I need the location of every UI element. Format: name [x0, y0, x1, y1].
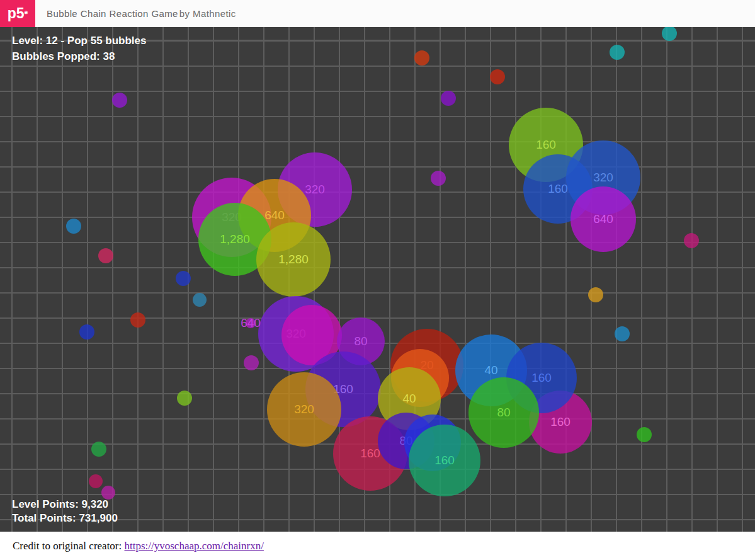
- bubble-points-label: 1,280: [278, 253, 309, 266]
- p5js-logo-text: p5: [8, 6, 25, 21]
- bubble[interactable]: [490, 69, 505, 84]
- bubble-points-label: 1,280: [220, 232, 250, 246]
- p5js-logo[interactable]: p5*: [0, 0, 35, 27]
- bubble-points-label: 320: [305, 183, 325, 197]
- bubble-points-label: 160: [531, 371, 552, 385]
- bubble-points-label: 160: [550, 415, 571, 429]
- level-points-text: Level Points: 9,320: [12, 498, 118, 511]
- bubble[interactable]: 160: [409, 425, 480, 496]
- bubble[interactable]: [193, 293, 207, 307]
- bubble-points-label: 40: [402, 392, 416, 406]
- sketch-author: by Mathnetic: [179, 8, 236, 19]
- bubbles-popped-text: Bubbles Popped: 38: [12, 49, 147, 64]
- bubble[interactable]: 1,280: [256, 222, 331, 297]
- bubble-points-label: 40: [484, 363, 497, 377]
- bubble[interactable]: [637, 427, 652, 442]
- sketch-title: Bubble Chain Reaction Game: [47, 8, 178, 19]
- bubble[interactable]: [91, 442, 106, 457]
- level-objective-text: Level: 12 - Pop 55 bubbles: [12, 33, 147, 49]
- p5js-logo-asterisk: *: [25, 9, 28, 18]
- bubble[interactable]: [588, 287, 603, 302]
- bubble-points-label: 80: [497, 406, 510, 420]
- credit-link[interactable]: https://yvoschaap.com/chainrxn/: [125, 540, 264, 552]
- bubble[interactable]: [662, 27, 677, 41]
- credit-footer: Credit to original creator: https://yvos…: [0, 532, 755, 560]
- bubble[interactable]: [414, 50, 429, 66]
- bubble[interactable]: [112, 93, 127, 108]
- bubble[interactable]: [610, 45, 625, 60]
- app-window: p5* Bubble Chain Reaction Game by Mathne…: [0, 0, 755, 560]
- bubble[interactable]: [89, 474, 103, 488]
- bubble-points-label: 320: [294, 403, 314, 416]
- bubble-points-label: 640: [593, 212, 613, 226]
- bubble[interactable]: 640: [246, 318, 256, 328]
- app-header: p5* Bubble Chain Reaction Game by Mathne…: [0, 0, 755, 27]
- bubble-points-label: 160: [360, 447, 380, 460]
- bubble[interactable]: [79, 324, 94, 340]
- bubble-points-label: 160: [434, 454, 455, 467]
- bubble-points-label: 640: [264, 209, 285, 222]
- bubble[interactable]: [66, 219, 81, 234]
- bubble[interactable]: 320: [267, 372, 341, 447]
- total-points-text: Total Points: 731,900: [12, 511, 118, 525]
- bubble[interactable]: [684, 233, 699, 248]
- game-canvas[interactable]: 3203206401,2801,280160160320640320801603…: [0, 27, 755, 532]
- hud-top: Level: 12 - Pop 55 bubbles Bubbles Poppe…: [12, 33, 147, 64]
- bubble-points-label: 160: [536, 138, 556, 152]
- bubble[interactable]: [615, 326, 630, 341]
- bubble[interactable]: 640: [571, 186, 636, 252]
- bubble[interactable]: [177, 391, 192, 406]
- bubble[interactable]: [176, 271, 191, 286]
- bubble-points-label: 80: [354, 334, 367, 348]
- bubble-points-label: 160: [548, 182, 568, 196]
- bubble-points-label: 320: [593, 171, 613, 185]
- bubble[interactable]: [130, 312, 145, 328]
- bubble[interactable]: [98, 248, 113, 263]
- bubble[interactable]: [431, 171, 446, 186]
- bubble[interactable]: [441, 91, 456, 106]
- bubble[interactable]: 80: [468, 377, 539, 448]
- credit-text: Credit to original creator:: [13, 540, 125, 552]
- hud-bottom: Level Points: 9,320 Total Points: 731,90…: [12, 498, 118, 525]
- bubble-points-label: 640: [241, 316, 261, 330]
- bubble[interactable]: [244, 355, 259, 370]
